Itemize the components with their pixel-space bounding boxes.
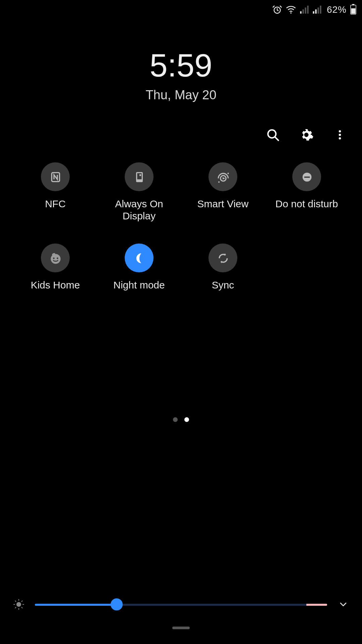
sync-icon (208, 244, 237, 272)
svg-rect-11 (352, 4, 354, 5)
nfc-icon (41, 162, 70, 191)
quick-tiles-grid: NFC Always On Display Smart View Do not … (0, 162, 362, 291)
svg-rect-8 (318, 7, 319, 13)
svg-point-17 (339, 137, 341, 140)
svg-point-1 (291, 12, 292, 14)
svg-rect-12 (351, 8, 356, 14)
svg-rect-4 (305, 7, 306, 13)
page-indicator[interactable] (0, 417, 362, 422)
svg-point-30 (17, 602, 21, 606)
clock-time: 5:59 (0, 47, 362, 84)
signal-2-icon (313, 5, 322, 14)
svg-point-24 (218, 181, 219, 182)
svg-rect-7 (315, 9, 317, 14)
tile-label: Smart View (197, 198, 249, 210)
svg-rect-5 (307, 6, 309, 14)
battery-percent: 62% (327, 4, 347, 15)
svg-point-28 (53, 257, 54, 259)
tile-night-mode[interactable]: Night mode (97, 244, 181, 291)
brightness-slider[interactable] (35, 598, 327, 611)
kids-home-icon (41, 244, 70, 272)
svg-point-23 (227, 172, 228, 174)
clock-block: 5:59 Thu, May 20 (0, 47, 362, 103)
tile-do-not-disturb[interactable]: Do not disturb (265, 162, 349, 222)
tile-label: Do not disturb (276, 198, 338, 210)
alarm-icon (273, 4, 283, 14)
svg-rect-9 (320, 6, 321, 14)
tile-nfc[interactable]: NFC (13, 162, 97, 222)
more-button[interactable] (331, 126, 349, 144)
panel-actions (264, 126, 349, 144)
svg-line-37 (15, 607, 16, 608)
svg-point-15 (339, 130, 341, 132)
svg-point-16 (339, 134, 341, 136)
tile-label: NFC (45, 198, 66, 210)
tile-always-on-display[interactable]: Always On Display (97, 162, 181, 222)
tile-label: Always On Display (102, 198, 176, 222)
page-dot (173, 417, 178, 422)
smart-view-icon (208, 162, 237, 191)
aod-icon (125, 162, 154, 191)
tile-smart-view[interactable]: Smart View (181, 162, 265, 222)
tile-sync[interactable]: Sync (181, 244, 265, 291)
svg-point-29 (56, 257, 58, 259)
page-dot (184, 417, 189, 422)
svg-point-14 (305, 133, 308, 137)
brightness-row (0, 598, 362, 611)
wifi-icon (286, 5, 297, 14)
svg-rect-20 (137, 173, 141, 179)
svg-line-36 (22, 607, 22, 608)
status-bar: 62% (273, 0, 362, 19)
svg-point-13 (268, 130, 276, 138)
battery-icon (350, 4, 357, 15)
svg-rect-3 (303, 9, 304, 14)
brightness-icon[interactable] (12, 598, 25, 611)
svg-rect-6 (313, 11, 314, 14)
clock-date: Thu, May 20 (0, 88, 362, 103)
nav-handle[interactable] (172, 627, 190, 629)
svg-rect-21 (139, 174, 141, 176)
search-button[interactable] (264, 126, 282, 144)
dnd-icon (292, 162, 321, 191)
expand-button[interactable] (337, 598, 350, 611)
tile-label: Kids Home (31, 279, 80, 291)
night-mode-icon (125, 244, 154, 272)
tile-label: Sync (212, 279, 234, 291)
signal-1-icon (300, 5, 309, 14)
svg-point-27 (50, 254, 60, 263)
svg-rect-26 (304, 176, 310, 177)
svg-line-38 (22, 601, 22, 601)
tile-kids-home[interactable]: Kids Home (13, 244, 97, 291)
svg-line-35 (15, 601, 16, 601)
settings-button[interactable] (298, 126, 315, 144)
tile-label: Night mode (113, 279, 165, 291)
svg-rect-2 (300, 11, 302, 14)
